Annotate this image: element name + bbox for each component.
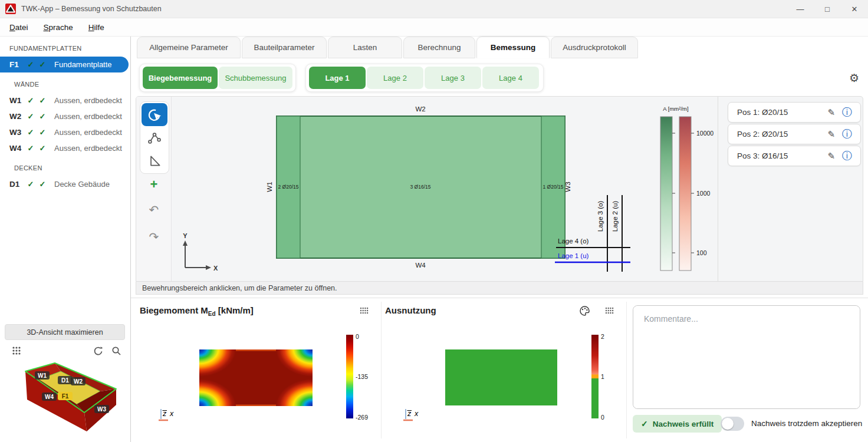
position-card-3[interactable]: Pos 3: Ø16/15 ✎ ⓘ [728, 146, 861, 166]
moment-scale-top: 0 [356, 334, 359, 340]
palette-icon[interactable] [579, 305, 590, 316]
wall-label-bottom: W4 [415, 262, 426, 269]
model-badge: W1 [38, 372, 47, 379]
minimize-button[interactable]: — [787, 0, 814, 18]
item-id: F1 [9, 60, 25, 69]
tab-allgemeine-parameter[interactable]: Allgemeine Parameter [137, 37, 241, 58]
sidebar: FUNDAMENTPLATTEN F1 ✓ ✓ Fundamentplatte … [0, 37, 131, 442]
section-title-waende: WÄNDE [14, 81, 130, 88]
zone-label-right: 1 Ø20/15 [543, 184, 564, 190]
grid-menu-icon[interactable] [360, 307, 369, 314]
sidebar-item-w3[interactable]: W3 ✓ ✓ Aussen, erdbedeckt [0, 124, 130, 140]
util-scale-mid: 1 [601, 373, 604, 380]
util-scale-bottom: 0 [601, 414, 604, 421]
edit-pencil-icon[interactable]: ✎ [827, 107, 835, 118]
accept-anyway-toggle[interactable] [721, 417, 744, 431]
model-badge: F1 [62, 393, 69, 400]
info-icon[interactable]: ⓘ [842, 149, 852, 163]
y-axis-label: Y [183, 232, 188, 239]
sidebar-item-w2[interactable]: W2 ✓ ✓ Aussen, erdbedeckt [0, 108, 130, 124]
sidebar-item-w4[interactable]: W4 ✓ ✓ Aussen, erdbedeckt [0, 140, 130, 156]
tab-ausdruckprotokoll[interactable]: Ausdruckprotokoll [551, 37, 638, 58]
edit-pencil-icon[interactable]: ✎ [827, 151, 835, 161]
info-icon[interactable]: ⓘ [842, 127, 852, 141]
zone-label-left: 2 Ø20/15 [278, 184, 299, 190]
lage-4-button[interactable]: Lage 4 [482, 67, 539, 89]
comments-input[interactable] [633, 306, 860, 408]
toggle-knob[interactable] [722, 418, 734, 430]
moment-heatmap [199, 349, 313, 406]
app-window: TWK-App – Bemessung von Schutzbauten — □… [0, 0, 868, 442]
menu-item-datei[interactable]: Datei [9, 23, 28, 32]
accept-anyway-label: Nachweis trotzdem akzeptieren [751, 419, 862, 428]
info-icon[interactable]: ⓘ [842, 105, 852, 119]
position-card-2[interactable]: Pos 2: Ø20/15 ✎ ⓘ [728, 124, 861, 144]
wall-label-top: W2 [415, 105, 425, 113]
position-card-1[interactable]: Pos 1: Ø20/15 ✎ ⓘ [728, 102, 861, 123]
menu-item-sprache[interactable]: Sprache [44, 23, 73, 32]
menu-bar: Datei Sprache Hilfe [0, 18, 868, 37]
lage-1-button[interactable]: Lage 1 [309, 67, 366, 89]
model-badge: W3 [97, 406, 106, 413]
measure-tool-button[interactable] [142, 149, 167, 172]
item-label: Aussen, erdbedeckt [54, 96, 122, 105]
grid-icon[interactable] [12, 346, 21, 355]
check-icon: ✓ [25, 96, 37, 105]
colorbar-title: A [mm²/m] [663, 105, 688, 112]
utilization-colorbar: 2 1 0 [590, 334, 614, 422]
comments-card [633, 305, 860, 409]
tab-bar: Allgemeine Parameter Bauteilparameter La… [137, 37, 638, 58]
zone-label-middle: 3 Ø16/15 [410, 184, 431, 190]
plate-drawing: W2 W4 W1 W3 2 Ø20/15 3 Ø16/15 1 Ø20/15 Y… [172, 97, 718, 281]
polyline-tool-button[interactable] [142, 126, 167, 149]
redo-button[interactable]: ↷ [136, 230, 172, 244]
check-icon: ✓ [641, 419, 648, 428]
axis-x-label: x [414, 410, 419, 418]
hint-text: Bewehrungsbereich anklicken, um die Para… [142, 284, 337, 292]
select-tool-button[interactable] [142, 103, 167, 126]
maximize-button[interactable]: □ [814, 0, 841, 18]
zx-axis-icon: z x [402, 405, 423, 422]
tab-berechnung[interactable]: Berechnung [403, 37, 475, 58]
moment-plot-title: Biegemoment MEd [kNm/m] [140, 305, 254, 317]
lage-2-button[interactable]: Lage 2 [367, 67, 423, 89]
settings-gear-icon[interactable]: ⚙ [849, 72, 859, 84]
close-button[interactable]: ✕ [841, 0, 868, 18]
position-label: Pos 3: Ø16/15 [737, 151, 788, 160]
sidebar-item-f1[interactable]: F1 ✓ ✓ Fundamentplatte [0, 57, 129, 72]
item-label: Fundamentplatte [54, 60, 112, 69]
item-id: W3 [9, 128, 25, 137]
status-badge: ✓ Nachweis erfüllt [633, 415, 722, 433]
tab-lasten[interactable]: Lasten [328, 37, 402, 58]
schubbemessung-button[interactable]: Schubbemessung [219, 67, 292, 89]
sidebar-item-w1[interactable]: W1 ✓ ✓ Aussen, erdbedeckt [0, 93, 130, 108]
legend-lage1-active: Lage 1 (u) [558, 252, 589, 259]
status-badge-label: Nachweis erfüllt [653, 420, 714, 428]
colorbar-tick-10000: 10000 [696, 130, 714, 137]
item-id: W2 [9, 112, 25, 121]
add-zone-button[interactable]: + [136, 177, 172, 192]
item-id: W4 [9, 144, 25, 153]
sidebar-item-d1[interactable]: D1 ✓ ✓ Decke Gebäude [0, 176, 130, 192]
lage-3-button[interactable]: Lage 3 [425, 67, 481, 89]
main-area: Allgemeine Parameter Bauteilparameter La… [131, 37, 868, 442]
refresh-icon[interactable] [93, 346, 103, 356]
check-icon: ✓ [37, 96, 48, 105]
maximize-3d-button[interactable]: 3D-Ansicht maximieren [5, 324, 125, 340]
tab-bemessung[interactable]: Bemessung [476, 37, 550, 58]
grid-menu-icon[interactable] [605, 307, 614, 314]
undo-button[interactable]: ↶ [136, 203, 172, 217]
check-icon: ✓ [37, 60, 48, 69]
biegebemessung-button[interactable]: Biegebemessung [143, 67, 218, 89]
util-scale-top: 2 [601, 334, 604, 340]
reinforcement-canvas: + ↶ ↷ [136, 96, 863, 282]
layer-legend: Lage 3 (o) Lage 2 (u) Lage 4 (o) Lage 1 … [555, 195, 630, 272]
edit-pencil-icon[interactable]: ✎ [827, 129, 835, 140]
tab-bauteilparameter[interactable]: Bauteilparameter [242, 37, 327, 58]
moment-scale-bottom: -269 [356, 414, 368, 421]
menu-item-hilfe[interactable]: Hilfe [88, 23, 104, 32]
title-bar: TWK-App – Bemessung von Schutzbauten — □… [0, 0, 868, 18]
item-label: Aussen, erdbedeckt [54, 128, 122, 137]
app-logo-icon [5, 4, 16, 14]
search-icon[interactable] [111, 346, 121, 356]
